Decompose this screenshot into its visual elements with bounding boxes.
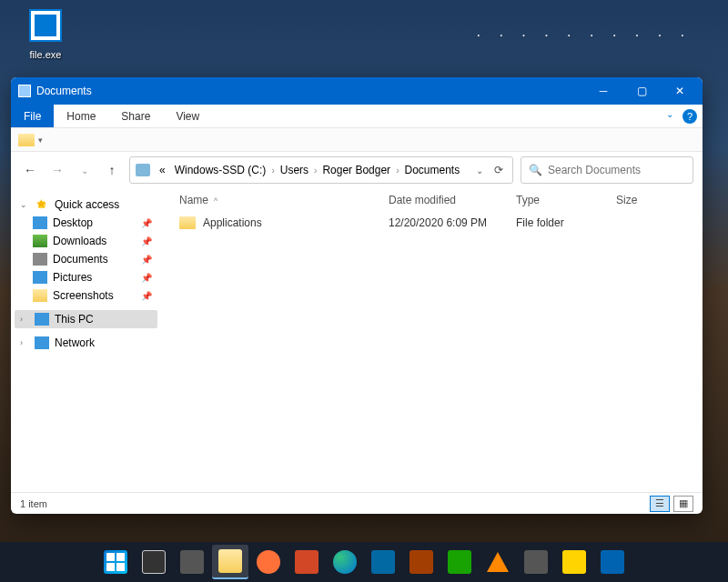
taskbar-vlc[interactable] (480, 545, 516, 579)
sidebar-item-documents[interactable]: Documents📌 (27, 250, 157, 268)
column-date[interactable]: Date modified (389, 194, 516, 206)
chevron-right-icon[interactable]: › (271, 166, 274, 176)
sidebar-label: Quick access (55, 198, 119, 211)
expand-icon[interactable]: › (20, 338, 29, 347)
pc-icon (35, 313, 49, 326)
file-row[interactable]: Applications 12/20/2020 6:09 PM File fol… (161, 212, 703, 234)
explorer-icon (218, 549, 242, 573)
taskbar-app3[interactable] (556, 545, 592, 579)
breadcrumb-documents[interactable]: Documents (400, 162, 463, 178)
network-icon (35, 336, 49, 349)
taskview-icon (180, 550, 204, 574)
taskbar-libre-calc[interactable] (441, 545, 478, 579)
taskbar-app[interactable] (288, 545, 325, 579)
file-type: File folder (516, 216, 616, 229)
ribbon-collapse-icon[interactable]: ⌄ (666, 109, 673, 123)
back-button[interactable]: ← (20, 156, 40, 184)
start-button[interactable] (97, 545, 134, 579)
collapse-icon[interactable]: ⌄ (20, 200, 29, 209)
address-bar[interactable]: « Windows-SSD (C:) › Users › Roger Bodge… (129, 156, 513, 184)
desktop-shortcut[interactable]: file.exe (18, 9, 73, 62)
taskbar-app2[interactable] (518, 545, 554, 579)
chevron-right-icon[interactable]: › (314, 166, 317, 176)
drive-icon (136, 164, 150, 176)
close-button[interactable]: ✕ (661, 77, 699, 105)
column-name[interactable]: Name^ (170, 194, 389, 206)
breadcrumb-users[interactable]: Users (277, 162, 312, 178)
navigation-pane: ⌄ Quick access Desktop📌 Downloads📌 Docum… (11, 188, 161, 492)
recent-dropdown-icon[interactable]: ⌄ (75, 156, 95, 184)
help-icon[interactable]: ? (682, 109, 697, 124)
column-type[interactable]: Type (516, 194, 616, 206)
taskbar-app4[interactable] (594, 545, 631, 579)
up-button[interactable]: ↑ (102, 156, 122, 184)
tab-share[interactable]: Share (108, 105, 163, 127)
file-name: Applications (203, 216, 262, 229)
app-icon (562, 550, 586, 574)
sidebar-quick-access[interactable]: ⌄ Quick access (15, 196, 157, 214)
tab-view[interactable]: View (163, 105, 212, 127)
forward-button[interactable]: → (47, 156, 67, 184)
app-icon (601, 550, 624, 574)
pin-icon: 📌 (141, 255, 152, 265)
pin-icon: 📌 (141, 273, 152, 283)
sidebar-network[interactable]: › Network (15, 334, 157, 352)
search-icon: 🔍 (529, 164, 542, 176)
ribbon: File Home Share View ⌄ ? (11, 105, 703, 128)
sidebar-item-downloads[interactable]: Downloads📌 (27, 232, 157, 250)
refresh-button[interactable]: ⟳ (490, 164, 507, 176)
app-icon (524, 550, 548, 574)
address-dropdown-icon[interactable]: ⌄ (470, 166, 489, 176)
file-list: Name^ Date modified Type Size Applicatio… (161, 188, 703, 492)
taskbar-search[interactable] (136, 545, 172, 579)
search-input[interactable] (548, 164, 685, 176)
taskbar-libre-impress[interactable] (403, 545, 440, 579)
taskbar-edge[interactable] (327, 545, 363, 579)
star-icon (35, 198, 49, 211)
impress-icon (410, 550, 433, 574)
taskbar (0, 542, 728, 582)
file-menu[interactable]: File (11, 105, 54, 127)
column-headers: Name^ Date modified Type Size (161, 188, 703, 212)
item-count: 1 item (20, 498, 47, 509)
documents-icon (33, 253, 47, 266)
folder-icon (179, 216, 196, 229)
details-view-button[interactable]: ☰ (650, 496, 670, 512)
expand-icon[interactable]: › (20, 315, 29, 324)
app-icon (295, 550, 318, 574)
exe-icon (29, 9, 62, 42)
thumbnails-view-button[interactable]: ▦ (673, 496, 693, 512)
downloads-icon (33, 235, 47, 247)
sort-indicator-icon: ^ (214, 196, 217, 206)
desktop-icon (33, 216, 47, 229)
window-title: Documents (36, 85, 584, 97)
pin-icon: 📌 (141, 218, 152, 228)
sidebar-item-desktop[interactable]: Desktop📌 (27, 214, 157, 232)
search-icon (142, 550, 166, 574)
taskbar-firefox[interactable] (250, 545, 287, 579)
breadcrumb-user[interactable]: Roger Bodger (318, 162, 394, 178)
titlebar[interactable]: Documents ─ ▢ ✕ (11, 77, 703, 105)
qat-dropdown-icon[interactable]: ▾ (38, 135, 43, 145)
breadcrumb-lead[interactable]: « (156, 162, 169, 178)
taskbar-explorer[interactable] (212, 545, 248, 579)
tab-home[interactable]: Home (54, 105, 108, 127)
file-date: 12/20/2020 6:09 PM (389, 216, 516, 229)
chevron-right-icon[interactable]: › (396, 166, 399, 176)
window-icon (18, 85, 31, 97)
minimize-button[interactable]: ─ (584, 77, 622, 105)
column-size[interactable]: Size (616, 194, 693, 206)
sidebar-item-screenshots[interactable]: Screenshots📌 (27, 286, 157, 305)
sidebar-item-pictures[interactable]: Pictures📌 (27, 268, 157, 286)
taskbar-libre-writer[interactable] (365, 545, 401, 579)
writer-icon (371, 550, 395, 574)
maximize-button[interactable]: ▢ (622, 77, 661, 105)
pin-icon: 📌 (141, 236, 152, 246)
explorer-window: Documents ─ ▢ ✕ File Home Share View ⌄ ?… (11, 77, 703, 514)
desktop-shortcut-label: file.exe (30, 49, 62, 60)
taskbar-taskview[interactable] (174, 545, 210, 579)
search-box[interactable]: 🔍 (521, 156, 693, 184)
sidebar-this-pc[interactable]: › This PC (15, 310, 157, 328)
breadcrumb-drive[interactable]: Windows-SSD (C:) (171, 162, 270, 178)
pin-icon: 📌 (141, 291, 152, 301)
